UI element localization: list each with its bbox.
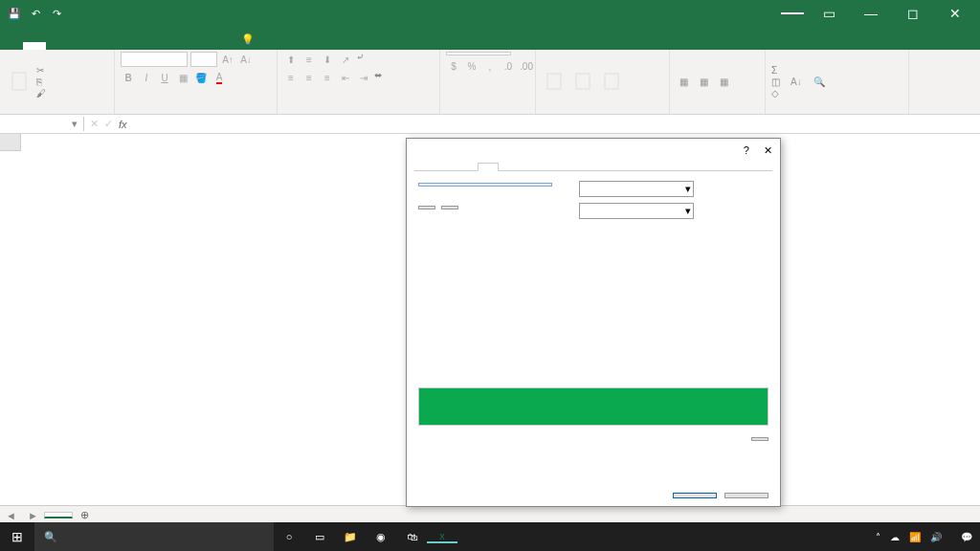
sign-in-button[interactable] bbox=[781, 12, 804, 14]
cell-styles-button[interactable] bbox=[599, 72, 624, 92]
undo-icon[interactable]: ↶ bbox=[27, 5, 44, 22]
clear-button[interactable]: ◇ bbox=[771, 88, 783, 99]
tab-data[interactable] bbox=[115, 42, 138, 50]
enter-formula-icon[interactable]: ✓ bbox=[104, 118, 113, 130]
shrink-font-icon[interactable]: A↓ bbox=[238, 52, 254, 67]
autosum-button[interactable]: Σ bbox=[771, 65, 783, 76]
grow-font-icon[interactable]: A↑ bbox=[220, 52, 235, 67]
tab-view[interactable] bbox=[161, 42, 184, 50]
ok-button[interactable] bbox=[673, 493, 717, 498]
paste-button[interactable] bbox=[6, 71, 33, 93]
dialog-close-icon[interactable]: ✕ bbox=[764, 144, 772, 156]
taskbar-search[interactable]: 🔍 bbox=[34, 522, 274, 551]
comma-icon[interactable]: , bbox=[482, 58, 498, 74]
cut-button[interactable]: ✂ bbox=[36, 65, 49, 76]
chrome-icon[interactable]: ◉ bbox=[366, 531, 396, 543]
task-view-icon[interactable]: ▭ bbox=[304, 531, 335, 543]
name-box[interactable]: ▾ bbox=[0, 117, 84, 131]
align-bottom-icon[interactable]: ⬇ bbox=[320, 52, 335, 67]
tell-me-search[interactable]: 💡 bbox=[230, 30, 272, 50]
tab-file[interactable] bbox=[0, 42, 23, 50]
indent-right-icon[interactable]: ⇥ bbox=[356, 70, 371, 85]
indent-left-icon[interactable]: ⇤ bbox=[338, 70, 353, 85]
tab-review[interactable] bbox=[138, 42, 161, 50]
redo-icon[interactable]: ↷ bbox=[48, 5, 65, 22]
start-button[interactable]: ⊞ bbox=[0, 529, 34, 544]
delete-cells-button[interactable]: ▦ bbox=[696, 77, 712, 88]
explorer-icon[interactable]: 📁 bbox=[335, 531, 366, 543]
onedrive-icon[interactable]: ☁ bbox=[890, 532, 900, 542]
decrease-decimal-icon[interactable]: .00 bbox=[519, 58, 534, 74]
notifications-icon[interactable]: 💬 bbox=[961, 532, 972, 542]
bold-icon[interactable]: B bbox=[121, 70, 136, 85]
sheet-tab[interactable] bbox=[44, 512, 73, 518]
border-icon[interactable]: ▦ bbox=[175, 70, 190, 85]
pattern-color-select[interactable]: ▾ bbox=[579, 181, 694, 197]
underline-icon[interactable]: U bbox=[157, 70, 172, 85]
dialog-help-icon[interactable]: ? bbox=[744, 144, 749, 156]
close-icon[interactable]: ✕ bbox=[938, 6, 972, 21]
copy-button[interactable]: ⎘ bbox=[36, 77, 49, 87]
insert-cells-button[interactable]: ▦ bbox=[676, 77, 692, 88]
tab-help[interactable] bbox=[207, 42, 230, 50]
currency-icon[interactable]: $ bbox=[446, 58, 461, 74]
percent-icon[interactable]: % bbox=[464, 58, 479, 74]
tab-page-layout[interactable] bbox=[69, 42, 92, 50]
clear-fill-button[interactable] bbox=[751, 437, 768, 441]
maximize-icon[interactable]: ◻ bbox=[896, 6, 930, 21]
align-left-icon[interactable]: ≡ bbox=[283, 70, 299, 85]
merge-button[interactable]: ⬌ bbox=[374, 70, 382, 85]
format-cells-button[interactable]: ▦ bbox=[716, 77, 732, 88]
orientation-icon[interactable]: ↗ bbox=[338, 52, 353, 67]
font-name-input[interactable] bbox=[121, 52, 188, 67]
font-size-input[interactable] bbox=[190, 52, 217, 67]
number-format-select[interactable] bbox=[446, 52, 511, 55]
increase-decimal-icon[interactable]: .0 bbox=[501, 58, 516, 74]
wrap-text-button[interactable]: ⤶ bbox=[356, 52, 364, 67]
store-icon[interactable]: 🛍 bbox=[396, 531, 427, 542]
format-as-table-button[interactable] bbox=[570, 72, 595, 92]
cancel-button[interactable] bbox=[724, 493, 768, 498]
tray-up-icon[interactable]: ˄ bbox=[876, 532, 880, 542]
align-middle-icon[interactable]: ≡ bbox=[301, 52, 317, 67]
dialog-tab-number[interactable] bbox=[414, 163, 435, 170]
sheet-nav-prev-icon[interactable]: ◄ bbox=[0, 510, 22, 521]
sheet-nav-next-icon[interactable]: ► bbox=[22, 510, 44, 521]
tab-developer[interactable] bbox=[184, 42, 207, 50]
share-button[interactable] bbox=[957, 42, 980, 50]
excel-taskbar-icon[interactable]: x bbox=[427, 530, 457, 543]
fx-icon[interactable]: fx bbox=[119, 119, 127, 130]
tab-formulas[interactable] bbox=[92, 42, 115, 50]
conditional-format-button[interactable] bbox=[542, 72, 567, 92]
svg-rect-0 bbox=[12, 73, 26, 90]
fill-color-icon[interactable]: 🪣 bbox=[193, 70, 209, 85]
cancel-formula-icon[interactable]: ✕ bbox=[90, 118, 99, 130]
tab-insert[interactable] bbox=[46, 42, 69, 50]
more-colors-button[interactable] bbox=[441, 206, 458, 209]
align-right-icon[interactable]: ≡ bbox=[320, 70, 335, 85]
pattern-style-select[interactable]: ▾ bbox=[579, 203, 694, 219]
align-center-icon[interactable]: ≡ bbox=[301, 70, 317, 85]
save-icon[interactable]: 💾 bbox=[6, 5, 23, 22]
cortana-icon[interactable]: ○ bbox=[274, 531, 304, 542]
add-sheet-icon[interactable]: ⊕ bbox=[73, 509, 97, 521]
dialog-tab-fill[interactable] bbox=[478, 163, 499, 171]
select-all-corner[interactable] bbox=[0, 134, 21, 151]
minimize-icon[interactable]: — bbox=[854, 6, 888, 21]
fill-button[interactable]: ◫ bbox=[771, 77, 783, 87]
align-top-icon[interactable]: ⬆ bbox=[283, 52, 299, 67]
dialog-tab-font[interactable] bbox=[435, 163, 457, 170]
italic-icon[interactable]: I bbox=[139, 70, 154, 85]
font-color-icon[interactable]: A bbox=[212, 70, 227, 85]
volume-icon[interactable]: 🔊 bbox=[930, 532, 942, 542]
ribbon-options-icon[interactable]: ▭ bbox=[812, 6, 846, 21]
find-select-button[interactable]: 🔍 bbox=[810, 77, 829, 88]
sort-filter-button[interactable]: A↓ bbox=[787, 77, 806, 88]
wifi-icon[interactable]: 📶 bbox=[909, 532, 921, 542]
no-color-button[interactable] bbox=[418, 183, 552, 187]
title-bar: 💾 ↶ ↷ ▭ — ◻ ✕ bbox=[0, 0, 980, 27]
tab-home[interactable] bbox=[23, 42, 46, 50]
format-painter-button[interactable]: 🖌 bbox=[36, 88, 49, 99]
dialog-tab-border[interactable] bbox=[457, 163, 478, 170]
fill-effects-button[interactable] bbox=[418, 206, 435, 209]
